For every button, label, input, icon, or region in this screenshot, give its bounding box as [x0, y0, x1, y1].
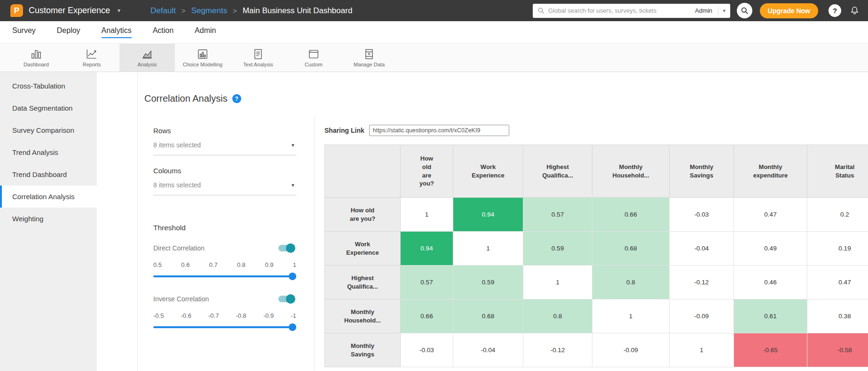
search-scope-caret-icon[interactable]: ▼ — [718, 7, 726, 15]
sidebar-item-trend-dashboard[interactable]: Trend Dashboard — [0, 163, 97, 186]
sharing-link-input[interactable] — [369, 125, 509, 136]
columns-label: Coloums — [153, 167, 296, 175]
scale-tick: 1 — [293, 261, 296, 268]
inverse-correlation-label: Inverse Correlation — [153, 295, 209, 303]
sidebar-item-trend-analysis[interactable]: Trend Analysis — [0, 141, 97, 163]
matrix-row-header: How oldare you? — [325, 198, 401, 232]
scale-tick: 0.6 — [181, 261, 189, 268]
nav-survey[interactable]: Survey — [12, 26, 36, 38]
matrix-cell: 1 — [453, 232, 523, 266]
breadcrumb-separator: > — [181, 7, 186, 15]
scale-tick: 0.7 — [209, 261, 218, 268]
scale-tick: -0.5 — [153, 312, 164, 319]
correlation-table-area: Sharing Link Howoldareyou?WorkExperience… — [315, 116, 868, 371]
rows-label: Rows — [153, 127, 296, 135]
matrix-cell: 0.68 — [453, 299, 523, 333]
inverse-correlation-slider[interactable] — [153, 323, 296, 331]
sidebar-item-survey-comparison[interactable]: Survey Comparison — [0, 119, 97, 141]
global-search-input[interactable] — [548, 7, 691, 14]
direct-correlation-slider[interactable] — [153, 273, 296, 280]
matrix-row-header: MonthlySavings — [325, 333, 401, 367]
slider-knob[interactable] — [289, 273, 296, 280]
search-button[interactable] — [737, 3, 752, 18]
upgrade-button[interactable]: Upgrade Now — [760, 3, 818, 18]
matrix-cell: 0.2 — [807, 198, 868, 232]
matrix-cell: 0.66 — [592, 198, 670, 232]
matrix-cell: 0.57 — [523, 198, 592, 232]
matrix-cell: 0.61 — [734, 299, 807, 333]
breadcrumb-default[interactable]: Default — [150, 6, 176, 16]
matrix-cell: 1 — [401, 198, 453, 232]
area-chart-icon — [141, 48, 153, 60]
correlation-matrix: Howoldareyou?WorkExperienceHighestQualif… — [324, 145, 868, 367]
matrix-cell: -0.03 — [670, 198, 734, 232]
help-icon[interactable]: ? — [829, 4, 841, 17]
matrix-cell: 0.38 — [807, 299, 868, 333]
tool-label: Dashboard — [24, 62, 49, 67]
scale-tick: -0.8 — [236, 312, 246, 319]
analysis-sidebar: Cross-Tabulation Data Segmentation Surve… — [0, 72, 97, 371]
main-nav: Survey Deploy Analytics Action Admin — [0, 21, 868, 43]
matrix-column-header: Howoldareyou? — [401, 145, 453, 198]
rows-dropdown-value: 8 items selected — [153, 141, 201, 149]
sidebar-item-weighting[interactable]: Weighting — [0, 208, 97, 230]
matrix-column-header: MonthlyHousehold... — [592, 145, 670, 198]
nav-analytics[interactable]: Analytics — [102, 26, 132, 38]
tool-reports[interactable]: Reports — [64, 44, 119, 72]
bar-chart-icon — [30, 48, 42, 60]
matrix-cell: -0.09 — [592, 333, 670, 367]
nav-deploy[interactable]: Deploy — [57, 26, 80, 38]
tool-custom[interactable]: Custom — [286, 44, 341, 72]
matrix-cell: 0.57 — [401, 266, 453, 299]
matrix-cell: 0.8 — [523, 299, 592, 333]
matrix-cell: 0.19 — [807, 232, 868, 266]
toggle-knob — [286, 294, 295, 304]
breadcrumb: Default > Segments > Main Business Unit … — [150, 6, 352, 16]
sidebar-item-cross-tabulation[interactable]: Cross-Tabulation — [0, 75, 97, 97]
matrix-cell: 0.49 — [734, 232, 807, 266]
global-search: Admin ▼ — [533, 4, 730, 18]
matrix-cell: 1 — [670, 333, 734, 367]
tool-dashboard[interactable]: Dashboard — [8, 44, 64, 72]
title-help-icon[interactable]: ? — [232, 94, 241, 103]
search-scope-label[interactable]: Admin — [695, 7, 712, 14]
matrix-cell: 0.46 — [734, 266, 807, 299]
window-icon — [308, 48, 320, 60]
inverse-correlation-toggle[interactable] — [278, 296, 294, 302]
matrix-column-header: WorkExperience — [453, 145, 523, 198]
inverse-correlation-scale: -0.5-0.6-0.7-0.8-0.9-1 — [153, 312, 296, 319]
matrix-cell: 0.47 — [734, 198, 807, 232]
matrix-column-header: MonthlySavings — [670, 145, 734, 198]
rows-dropdown[interactable]: 8 items selected ▼ — [153, 135, 296, 155]
matrix-cell: -0.09 — [670, 299, 734, 333]
chevron-down-icon: ▼ — [291, 143, 295, 148]
tool-analysis[interactable]: Analysis — [119, 44, 175, 72]
content-area: Correlation Analysis ? Rows 8 items sele… — [97, 72, 868, 371]
matrix-column-header: HighestQualifica... — [523, 145, 592, 198]
spreadsheet-icon: X — [363, 48, 375, 60]
matrix-cell: -0.04 — [670, 232, 734, 266]
scale-tick: 0.9 — [265, 261, 273, 268]
tool-choice-modelling[interactable]: Choice Modelling — [175, 44, 230, 72]
page-title: Correlation Analysis — [144, 93, 228, 104]
scale-tick: 0.5 — [153, 261, 162, 268]
tool-text-analysis[interactable]: Text Analysis — [230, 44, 286, 72]
sidebar-item-correlation-analysis[interactable]: Correlation Analysis — [0, 186, 97, 208]
matrix-row-header: WorkExperience — [325, 232, 401, 266]
tool-label: Reports — [83, 62, 101, 67]
breadcrumb-segments[interactable]: Segments — [191, 6, 228, 16]
sidebar-item-data-segmentation[interactable]: Data Segmentation — [0, 97, 97, 119]
matrix-cell: 0.47 — [807, 266, 868, 299]
tool-manage-data[interactable]: X Manage Data — [341, 44, 397, 72]
columns-dropdown[interactable]: 8 items selected ▼ — [153, 175, 296, 195]
workspace-switcher[interactable]: P Customer Experience ▼ — [10, 4, 121, 17]
notifications-bell-icon[interactable] — [850, 6, 860, 16]
slider-knob[interactable] — [289, 323, 296, 331]
nav-admin[interactable]: Admin — [195, 26, 216, 38]
matrix-cell: 1 — [523, 266, 592, 299]
direct-correlation-toggle[interactable] — [278, 245, 294, 251]
direct-correlation-scale: 0.50.60.70.80.91 — [153, 261, 296, 268]
matrix-column-header: MaritalStatus — [807, 145, 868, 198]
tool-label: Custom — [305, 62, 323, 67]
nav-action[interactable]: Action — [153, 26, 174, 38]
